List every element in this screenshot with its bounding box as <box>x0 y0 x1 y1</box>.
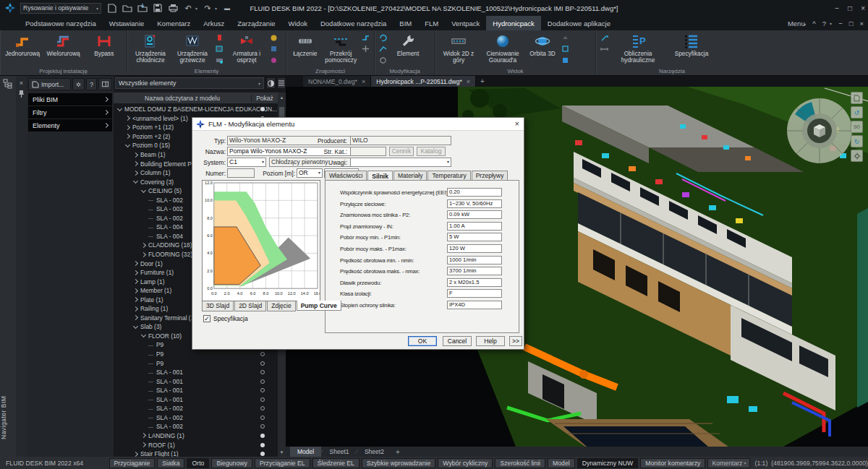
probe-small-icon[interactable] <box>600 34 608 42</box>
property-value-field[interactable]: 5 W <box>447 233 502 241</box>
sheet-tab-sheet1[interactable]: Sheet1 <box>323 447 357 457</box>
visibility-dot[interactable] <box>260 361 265 366</box>
undo-icon[interactable]: ↶ <box>183 3 193 13</box>
poziom-mode-dropdown[interactable]: OR▾ <box>297 168 323 178</box>
fitting-small-icon[interactable] <box>270 56 278 64</box>
tree-row[interactable]: SLA - 001 <box>114 368 278 377</box>
status-toggle-monitor-komentarzy[interactable]: Monitor komentarzy <box>640 458 705 468</box>
import-model-icon[interactable] <box>137 3 148 13</box>
status-toggle-dynamiczny-nuw[interactable]: Dynamiczny NUW <box>577 458 638 468</box>
dialog-tab-w-a-ciwo-ci[interactable]: Właściwości <box>325 171 367 180</box>
chevron-down-icon[interactable] <box>132 178 139 185</box>
bypass-button[interactable]: Bypass <box>85 33 124 67</box>
tree-row[interactable]: P9 <box>114 358 278 368</box>
doc-close-button[interactable]: × <box>859 20 864 27</box>
preview-tab-zdj-cie[interactable]: Zdjęcie <box>267 301 295 311</box>
help-button[interactable]: Help <box>476 336 505 346</box>
status-toggle-model[interactable]: Model <box>548 458 575 468</box>
numer-field[interactable] <box>227 168 255 178</box>
view-preset-icon[interactable] <box>561 34 569 42</box>
strkat-field[interactable] <box>350 147 386 156</box>
urzadzenia-chlodnicze-button[interactable]: Urządzenia chłodnicze <box>130 33 171 67</box>
chevron-down-icon[interactable] <box>124 142 131 149</box>
status-toggle-orto[interactable]: Orto <box>187 458 209 468</box>
preview-tab-2d-slajd[interactable]: 2D Slajd <box>234 301 266 311</box>
urzadzenia-grzewcze-button[interactable]: Urządzenia grzewcze <box>172 33 213 67</box>
status-toggle-ledzenie-el[interactable]: Śledzenie EL <box>312 458 359 468</box>
tree-row[interactable]: SLA - 001 <box>114 377 278 386</box>
property-value-field[interactable]: 1.00 A <box>447 222 502 231</box>
specyfikacja-checkbox-row[interactable]: ✓ Specyfikacja <box>203 315 248 322</box>
branch-small-icon[interactable] <box>362 45 370 53</box>
chevron-right-icon[interactable] <box>140 251 147 258</box>
ribbon-tab-dodatkowe-narz-dzia[interactable]: Dodatkowe narzędzia <box>314 16 393 30</box>
status-toggle-biegunowy[interactable]: Biegunowy <box>211 458 252 468</box>
new-drawing-icon[interactable] <box>107 3 117 13</box>
preview-tab-3d-slajd[interactable]: 3D Slajd <box>202 301 234 311</box>
tree-row[interactable]: ROOF (1) <box>114 440 278 449</box>
ok-button[interactable]: OK <box>408 336 437 346</box>
tree-row[interactable]: SLA - 002 <box>114 422 278 431</box>
chevron-right-icon[interactable] <box>140 442 147 448</box>
chevron-right-icon[interactable] <box>140 242 147 249</box>
rotate-small-icon[interactable] <box>379 34 387 42</box>
comment-dropdown[interactable]: Komentarz▾ <box>707 458 750 468</box>
home-view-button[interactable] <box>851 92 863 104</box>
chevron-down-icon[interactable] <box>140 332 147 339</box>
undo-caret-icon[interactable]: ▾ <box>195 6 197 11</box>
obliczenia-hydrauliczne-button[interactable]: PObliczenia hydrauliczne <box>611 33 665 67</box>
pump-small-icon[interactable] <box>270 34 278 42</box>
element-filter-dropdown[interactable]: Wszystkie elementy▾ <box>115 77 264 89</box>
system-dropdown[interactable]: C1▾ <box>227 158 266 167</box>
scroll-down-icon[interactable]: ▼ <box>278 450 286 455</box>
chevron-right-icon[interactable] <box>132 170 139 176</box>
status-toggle-szeroko-linii[interactable]: Szerokość linii <box>495 458 545 468</box>
ribbon-tab-ventpack[interactable]: Ventpack <box>445 16 486 30</box>
help-icon[interactable]: ? <box>822 20 826 27</box>
distributor-small-icon[interactable] <box>216 56 224 64</box>
property-value-field[interactable]: 0.09 kW <box>447 210 502 219</box>
chevron-right-icon[interactable] <box>132 296 139 303</box>
show-mode-button[interactable] <box>266 77 276 89</box>
specyfikacja-button[interactable]: Specyfikacja <box>666 33 717 67</box>
menu-button[interactable]: Menu ▾ <box>788 20 806 27</box>
chevron-right-icon[interactable] <box>132 314 139 321</box>
nav-section-pliki-bim[interactable]: Pliki BIM <box>28 93 112 106</box>
exchanger-small-icon[interactable] <box>216 45 224 53</box>
plot-icon[interactable] <box>168 3 178 13</box>
tree-row[interactable]: Stair Flight (1) <box>114 449 278 457</box>
cieniowanie-button[interactable]: Cieniowanie Gouraud'a <box>480 33 525 67</box>
visibility-dot[interactable] <box>260 443 265 447</box>
tree-row[interactable]: MODEL DOMU Z BASENEM-LICENCJA EDUKACYJN.… <box>114 105 278 114</box>
property-value-field[interactable]: 120 W <box>447 244 502 253</box>
checkbox-icon[interactable]: ✓ <box>203 315 210 322</box>
status-toggle-siatka[interactable]: Siatka <box>157 458 184 468</box>
chevron-right-icon[interactable] <box>132 270 139 276</box>
sensor-small-icon[interactable] <box>270 45 278 53</box>
ribbon-tab-komentarz[interactable]: Komentarz <box>150 16 197 30</box>
nav-section-elementy[interactable]: Elementy <box>28 119 112 132</box>
status-toggle-przyci-ganie-el[interactable]: Przyciąganie EL <box>255 458 310 468</box>
chevron-right-icon[interactable] <box>132 160 139 167</box>
connector-small-icon[interactable] <box>362 34 370 42</box>
visibility-dot[interactable] <box>260 379 265 384</box>
panel-layout-button[interactable] <box>98 78 112 90</box>
ribbon-tab-hydronicpack[interactable]: Hydronicpack <box>486 16 541 30</box>
status-toggle-przyci-ganie[interactable]: Przyciąganie <box>109 458 156 468</box>
ribbon-tab-zarz-dzanie[interactable]: Zarządzanie <box>231 16 281 30</box>
property-value-field[interactable]: F <box>447 289 502 298</box>
tree-row[interactable]: SLA - 002 <box>114 413 278 423</box>
tab-close-icon[interactable]: × <box>362 78 365 85</box>
tab-close-icon[interactable]: × <box>467 78 470 85</box>
ribbon-tab-arkusz[interactable]: Arkusz <box>197 16 231 30</box>
panel-close-icon[interactable]: × <box>16 79 27 87</box>
ribbon-tab-flm[interactable]: FLM <box>418 16 445 30</box>
przekroj-pomocniczy-button[interactable]: Przekrój pomocniczy <box>323 33 359 67</box>
visibility-dot[interactable] <box>260 416 265 420</box>
redo-icon[interactable]: ↷ <box>203 3 213 13</box>
restore-button[interactable]: □ <box>848 4 852 12</box>
nav-section-filtry[interactable]: Filtry <box>28 106 112 119</box>
wielorurowa-button[interactable]: Wielorurową <box>43 33 82 67</box>
chevron-right-icon[interactable] <box>124 115 131 121</box>
boiler-small-icon[interactable] <box>216 34 224 42</box>
